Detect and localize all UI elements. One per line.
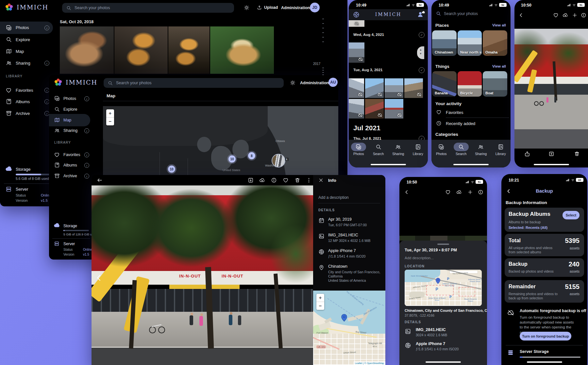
place-thumbnail[interactable]: Omaha (483, 30, 507, 56)
nav-photos[interactable]: Photos (349, 143, 368, 167)
user-avatar[interactable]: JD (310, 3, 320, 12)
zoom-out-button[interactable]: − (106, 118, 114, 125)
favorite-heart-icon[interactable] (283, 177, 289, 183)
sheet-drag-handle[interactable] (437, 244, 449, 245)
select-group-icon[interactable]: ✓ (419, 32, 425, 38)
add-to-album-icon[interactable] (548, 151, 554, 157)
search-input[interactable]: Search your photos (62, 3, 234, 13)
share-icon[interactable] (524, 151, 530, 157)
places-view-all[interactable]: View all (492, 23, 506, 27)
thing-thumbnail[interactable]: Boat (483, 71, 507, 97)
sidebar-item-albums[interactable]: Albums (0, 96, 53, 107)
foreground-backup-button[interactable]: Turn on foreground backup (520, 332, 571, 341)
description-input[interactable]: Add a description (318, 195, 349, 200)
photo-thumbnail[interactable] (365, 78, 384, 98)
sidebar-item-explore[interactable]: Explore (49, 104, 92, 115)
sidebar-item-archive[interactable]: Archive (0, 108, 53, 119)
info-icon[interactable] (84, 128, 89, 133)
info-icon[interactable] (44, 99, 49, 104)
map-zoom-control[interactable]: + − (316, 294, 324, 310)
info-icon[interactable] (84, 152, 89, 157)
info-icon[interactable] (478, 189, 483, 195)
cloud-upload-icon[interactable] (456, 189, 462, 195)
photo-thumbnail[interactable] (385, 78, 403, 98)
photo-sliver[interactable] (399, 236, 487, 241)
sidebar-item-albums[interactable]: Albums (49, 160, 92, 171)
map-photo-marker[interactable] (272, 154, 285, 167)
photo-innout-mobile[interactable] (514, 29, 588, 149)
theme-toggle-sun-icon[interactable] (244, 5, 249, 10)
previous-photo-icon[interactable] (95, 274, 103, 282)
favorite-heart-icon[interactable] (553, 12, 559, 18)
zoom-out-button[interactable]: − (316, 302, 324, 310)
theme-toggle-sun-icon[interactable] (290, 80, 295, 86)
select-group-icon[interactable]: ✓ (419, 67, 425, 73)
zoom-in-button[interactable]: + (106, 109, 114, 118)
search-input[interactable]: Search your photos (104, 78, 284, 88)
sidebar-item-favorites[interactable]: Favorites (0, 85, 53, 96)
close-icon[interactable] (318, 178, 324, 183)
administration-button[interactable]: Administration (281, 6, 310, 10)
map-cluster[interactable]: 10 (168, 166, 175, 173)
photo-thumbnail[interactable] (349, 42, 364, 63)
nav-library[interactable]: Library (409, 143, 428, 167)
administration-button[interactable]: Administration (300, 81, 329, 85)
user-avatar[interactable]: AU (328, 78, 338, 87)
info-icon[interactable] (44, 88, 49, 93)
app-logo[interactable]: IMMICH (54, 78, 97, 87)
zoom-in-button[interactable]: + (316, 294, 324, 302)
photo-thumbnail[interactable] (404, 78, 423, 98)
photo-thumbnail[interactable] (349, 20, 364, 27)
add-icon[interactable] (572, 12, 578, 18)
location-mini-map[interactable]: Fort Mason US 101 Bay Street Union Stree… (313, 291, 385, 365)
nav-photos[interactable]: Photos (432, 143, 451, 167)
map-cluster[interactable]: 8 (248, 152, 255, 159)
delete-icon[interactable] (294, 177, 300, 183)
back-icon[interactable] (404, 189, 410, 195)
sidebar-item-sharing[interactable]: Sharing (0, 57, 53, 69)
photo-thumbnail[interactable] (365, 99, 384, 119)
info-icon[interactable] (44, 25, 49, 30)
scrollbar-thumb[interactable]: ▲▼ (417, 46, 424, 59)
info-icon[interactable] (84, 96, 89, 101)
activity-favorites[interactable]: Favorites (431, 108, 511, 116)
info-icon[interactable] (84, 174, 89, 179)
upload-button[interactable]: Upload (257, 5, 278, 10)
more-options-icon[interactable] (306, 177, 312, 183)
sidebar-item-map[interactable]: Map (0, 46, 53, 57)
back-icon[interactable] (97, 177, 103, 183)
cloud-upload-icon[interactable] (259, 177, 265, 183)
sidebar-item-sharing[interactable]: Sharing (49, 125, 92, 136)
sidebar-item-photos[interactable]: Photos (0, 22, 53, 34)
favorite-heart-icon[interactable] (445, 189, 451, 195)
photo-thumbnail[interactable] (114, 26, 168, 74)
download-icon[interactable] (248, 177, 254, 183)
place-thumbnail[interactable]: Chinatown (432, 30, 457, 56)
back-icon[interactable] (518, 12, 524, 18)
info-icon[interactable] (84, 163, 89, 168)
sidebar-item-archive[interactable]: Archive (49, 170, 92, 182)
app-logo[interactable]: IMMICH (5, 3, 48, 12)
select-button[interactable]: Select (563, 211, 580, 219)
info-icon[interactable] (44, 61, 49, 66)
photo-thumbnail[interactable] (349, 78, 364, 98)
photo-thumbnail[interactable] (349, 99, 364, 119)
photo-thumbnail[interactable] (385, 99, 403, 119)
photo-thumbnail[interactable] (168, 26, 210, 74)
place-thumbnail[interactable]: Near north side (458, 30, 482, 56)
sidebar-item-map-active[interactable]: Map (49, 114, 90, 126)
map-zoom-control[interactable]: + − (106, 109, 114, 125)
sidebar-item-favorites[interactable]: Favorites (49, 149, 92, 160)
thing-thumbnail[interactable]: Bicycle (458, 71, 482, 97)
nav-library[interactable]: Library (491, 143, 510, 167)
sidebar-item-photos[interactable]: Photos (49, 93, 92, 104)
delete-icon[interactable] (574, 151, 580, 157)
map-attribution[interactable]: Leaflet | © OpenStreetMap (354, 361, 385, 365)
add-icon[interactable] (467, 189, 473, 195)
map-cluster[interactable]: 10 (228, 155, 236, 163)
cloud-upload-icon[interactable] (563, 12, 568, 18)
search-input[interactable]: Search your photos (431, 10, 511, 18)
activity-recently-added[interactable]: Recently added (431, 119, 511, 127)
thing-thumbnail[interactable]: Banana (432, 71, 457, 97)
photo-innout-storefront[interactable]: IN-N-OUT IN-N-OUT (92, 185, 313, 365)
